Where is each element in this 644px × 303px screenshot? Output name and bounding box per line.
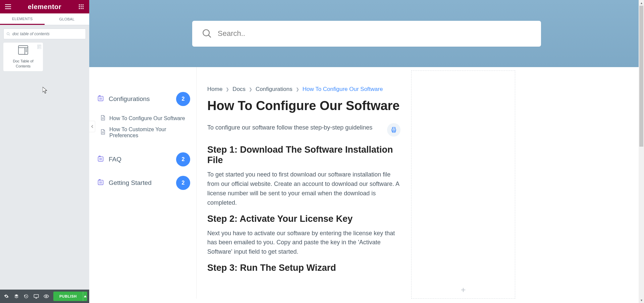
publish-options-button[interactable] xyxy=(83,292,87,301)
svg-line-26 xyxy=(209,35,211,38)
chevron-right-icon: ❯ xyxy=(226,87,229,92)
preview-icon[interactable] xyxy=(42,292,51,301)
printer-icon xyxy=(390,127,397,133)
collapse-sidebar-button[interactable] xyxy=(89,121,95,132)
doc-toc-icon xyxy=(18,45,28,56)
empty-section-placeholder[interactable]: ＋ xyxy=(411,70,515,299)
svg-rect-6 xyxy=(79,6,80,7)
svg-line-13 xyxy=(9,34,10,35)
svg-rect-3 xyxy=(79,4,80,5)
elementor-logo: elementor xyxy=(28,3,61,11)
chevron-right-icon: ❯ xyxy=(296,87,299,92)
article-intro: To configure our software follow these s… xyxy=(207,123,372,133)
widget-doc-toc[interactable]: Doc Table of Contents xyxy=(3,43,43,71)
elementor-panel: elementor ELEMENTS GLOBAL Doc Table of C… xyxy=(0,0,89,303)
tab-global[interactable]: GLOBAL xyxy=(45,13,89,25)
svg-rect-39 xyxy=(98,180,103,185)
caret-up-icon xyxy=(84,295,87,297)
svg-rect-11 xyxy=(83,8,84,9)
folder-icon xyxy=(97,179,104,187)
svg-rect-9 xyxy=(79,8,80,9)
panel-footer: PUBLISH xyxy=(0,290,89,303)
widget-search[interactable] xyxy=(3,29,86,39)
breadcrumb-category[interactable]: Configurations xyxy=(256,86,292,93)
add-widget-icon[interactable]: ＋ xyxy=(459,284,467,295)
count-badge: 2 xyxy=(176,152,190,166)
svg-rect-2 xyxy=(5,8,11,9)
subitem-label: How To Customize Your Preferences xyxy=(109,127,190,139)
hamburger-icon[interactable] xyxy=(4,3,12,11)
doc-article: Home ❯ Docs ❯ Configurations ❯ How To Co… xyxy=(197,67,411,299)
breadcrumb: Home ❯ Docs ❯ Configurations ❯ How To Co… xyxy=(207,86,400,93)
sidebar-subitem-customize-preferences[interactable]: How To Customize Your Preferences xyxy=(101,124,190,141)
navigator-icon[interactable] xyxy=(12,292,21,301)
step1-heading: Step 1: Download The Software Installati… xyxy=(207,145,400,165)
svg-rect-45 xyxy=(392,131,395,133)
elementor-header: elementor xyxy=(0,0,89,13)
search-icon xyxy=(202,29,212,38)
folder-icon xyxy=(97,95,104,103)
settings-icon[interactable] xyxy=(2,292,11,301)
scroll-up-button[interactable]: ▴ xyxy=(639,0,644,6)
third-party-icon xyxy=(37,44,41,50)
svg-rect-40 xyxy=(99,180,100,181)
step2-text: Next you have to activate our software b… xyxy=(207,229,400,257)
svg-point-24 xyxy=(46,296,47,297)
scrollbar-thumb[interactable] xyxy=(639,6,643,147)
grid-icon[interactable] xyxy=(77,3,85,11)
svg-rect-1 xyxy=(5,6,11,7)
step3-heading: Step 3: Run The Setup Wizard xyxy=(207,263,400,273)
responsive-icon[interactable] xyxy=(32,292,41,301)
svg-rect-27 xyxy=(98,96,103,101)
tab-elements[interactable]: ELEMENTS xyxy=(0,13,45,25)
subitem-label: How To Configure Our Software xyxy=(109,115,185,121)
doc-sidebar: Configurations 2 How To Configure Our So… xyxy=(89,67,197,299)
svg-rect-35 xyxy=(98,157,103,161)
sidebar-item-getting-started[interactable]: Getting Started 2 xyxy=(97,171,190,195)
svg-rect-8 xyxy=(83,6,84,7)
scrollbar[interactable]: ▴ ▾ xyxy=(639,0,644,303)
chevron-left-icon xyxy=(91,125,93,128)
search-icon xyxy=(6,32,10,36)
svg-rect-7 xyxy=(81,6,82,7)
count-badge: 2 xyxy=(176,176,190,190)
folder-icon xyxy=(97,155,104,163)
print-button[interactable] xyxy=(387,123,400,137)
breadcrumb-home[interactable]: Home xyxy=(207,86,222,93)
widget-search-input[interactable] xyxy=(12,32,83,36)
svg-rect-44 xyxy=(392,128,395,129)
sidebar-item-configurations[interactable]: Configurations 2 xyxy=(97,87,190,111)
sidebar-subitem-configure-software[interactable]: How To Configure Our Software xyxy=(101,113,190,124)
sidebar-item-label: Getting Started xyxy=(109,179,152,187)
scrollbar-track[interactable] xyxy=(639,6,644,297)
document-icon xyxy=(101,115,105,122)
svg-rect-28 xyxy=(99,96,100,97)
breadcrumb-current: How To Configure Our Software xyxy=(303,86,383,93)
svg-rect-21 xyxy=(34,295,39,298)
step2-heading: Step 2: Activate Your License Key xyxy=(207,214,400,224)
article-title: How To Configure Our Software xyxy=(207,99,400,113)
count-badge: 2 xyxy=(176,92,190,106)
hero-search-box[interactable] xyxy=(192,21,541,47)
document-icon xyxy=(101,129,105,136)
svg-rect-0 xyxy=(5,4,11,5)
step1-text: To get started you need to first downloa… xyxy=(207,170,400,208)
scroll-down-button[interactable]: ▾ xyxy=(639,297,644,303)
history-icon[interactable] xyxy=(22,292,31,301)
preview-area: Configurations 2 How To Configure Our So… xyxy=(89,0,644,303)
sidebar-item-faq[interactable]: FAQ 2 xyxy=(97,148,190,171)
sidebar-item-label: Configurations xyxy=(109,95,150,103)
breadcrumb-docs[interactable]: Docs xyxy=(232,86,246,93)
chevron-right-icon: ❯ xyxy=(249,87,252,92)
sidebar-item-label: FAQ xyxy=(109,156,121,163)
svg-rect-5 xyxy=(83,4,84,5)
svg-rect-10 xyxy=(81,8,82,9)
search-hero xyxy=(89,0,644,67)
svg-point-12 xyxy=(7,33,9,35)
publish-button[interactable]: PUBLISH xyxy=(53,294,83,298)
hero-search-input[interactable] xyxy=(218,29,531,38)
widget-label: Doc Table of Contents xyxy=(5,59,41,68)
svg-rect-4 xyxy=(81,4,82,5)
svg-rect-15 xyxy=(18,46,28,54)
publish-button-group: PUBLISH xyxy=(53,292,87,301)
